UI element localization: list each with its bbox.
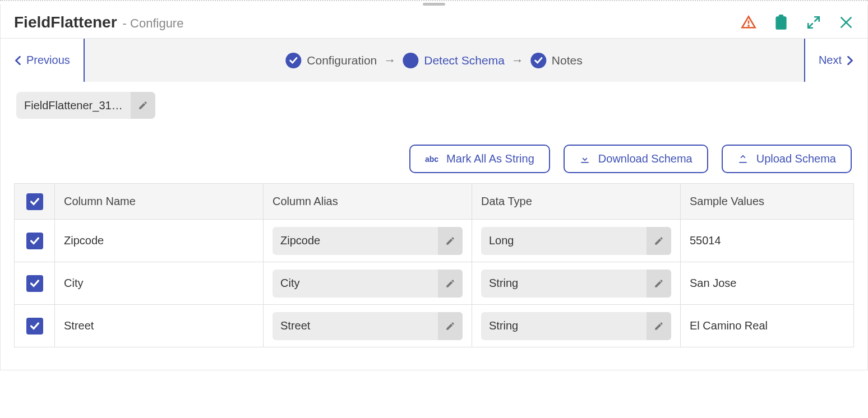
check-circle-icon [285, 53, 301, 68]
action-label: Mark All As String [446, 152, 534, 165]
pencil-icon [138, 100, 148, 110]
type-editable: String [481, 270, 671, 298]
svg-point-1 [748, 25, 749, 26]
row-select-cell [15, 305, 55, 347]
abc-icon: abc [425, 155, 438, 164]
expand-icon[interactable] [806, 15, 821, 30]
step-detect-schema[interactable]: Detect Schema [403, 53, 505, 68]
clipboard-icon[interactable] [773, 15, 789, 30]
sample-value-cell: El Camino Real [681, 305, 854, 347]
row-checkbox[interactable] [26, 318, 43, 335]
edit-type-button[interactable] [647, 270, 671, 298]
table-row: Street Street String El [15, 305, 854, 347]
output-name-chip: FieldFlattener_31… [16, 92, 155, 119]
step-configuration[interactable]: Configuration [285, 53, 377, 68]
select-all-header [15, 184, 55, 220]
drag-handle[interactable] [423, 3, 445, 6]
pencil-icon [654, 278, 664, 289]
schema-actions-row: abc Mark All As String Download Schema U… [1, 124, 867, 183]
check-icon [30, 197, 40, 207]
active-circle-icon [403, 53, 418, 68]
column-alias-cell: Street [264, 305, 472, 347]
next-label: Next [819, 54, 842, 67]
edit-type-button[interactable] [647, 227, 671, 255]
edit-alias-button[interactable] [438, 312, 463, 340]
arrow-right-icon: → [384, 53, 396, 68]
upload-schema-button[interactable]: Upload Schema [722, 145, 852, 173]
schema-table: Column Name Column Alias Data Type Sampl… [14, 183, 854, 347]
column-name-cell: Street [55, 305, 264, 347]
next-button[interactable]: Next [804, 39, 867, 82]
pencil-icon [654, 321, 664, 331]
alias-value: Street [273, 319, 438, 332]
upload-icon [737, 154, 749, 165]
data-type-header: Data Type [472, 184, 681, 220]
row-select-cell [15, 262, 55, 305]
row-select-cell [15, 220, 55, 262]
alias-value: Zipcode [273, 234, 438, 247]
action-label: Download Schema [598, 152, 692, 165]
panel-container: FieldFlattener - Configure Previous [0, 4, 868, 370]
pencil-icon [654, 236, 664, 246]
data-type-cell: String [472, 262, 681, 305]
type-value: String [481, 319, 647, 332]
column-name-value: Zipcode [64, 234, 104, 247]
header: FieldFlattener - Configure [1, 4, 867, 38]
alias-editable: Street [273, 312, 463, 340]
sample-values-header: Sample Values [681, 184, 854, 220]
alert-triangle-icon[interactable] [741, 15, 756, 30]
arrow-right-icon: → [511, 53, 524, 68]
edit-alias-button[interactable] [438, 270, 463, 298]
table-row: City City String San Jos [15, 262, 854, 305]
table-row: Zipcode Zipcode Long 550 [15, 220, 854, 262]
check-icon [30, 278, 40, 289]
pencil-icon [445, 278, 455, 289]
row-checkbox[interactable] [26, 233, 43, 249]
type-value: String [481, 277, 647, 290]
chevron-right-icon [846, 56, 854, 65]
svg-rect-3 [779, 15, 784, 18]
check-circle-icon [530, 53, 546, 68]
edit-output-name-button[interactable] [131, 92, 155, 119]
table-header-row: Column Name Column Alias Data Type Sampl… [15, 184, 854, 220]
pencil-icon [445, 321, 455, 331]
svg-rect-2 [775, 16, 786, 30]
step-label: Notes [552, 54, 583, 67]
alias-value: City [273, 277, 438, 290]
close-icon[interactable] [838, 15, 854, 30]
select-all-checkbox[interactable] [26, 193, 43, 210]
previous-label: Previous [26, 54, 70, 67]
panel-top-border [0, 0, 868, 4]
step-notes[interactable]: Notes [530, 53, 583, 68]
download-icon [579, 154, 590, 165]
download-schema-button[interactable]: Download Schema [564, 145, 708, 173]
data-type-cell: String [472, 305, 681, 347]
column-name-cell: City [55, 262, 264, 305]
column-alias-cell: Zipcode [264, 220, 472, 262]
column-alias-header: Column Alias [264, 184, 472, 220]
mark-all-string-button[interactable]: abc Mark All As String [409, 145, 550, 173]
check-icon [30, 236, 40, 246]
data-type-cell: Long [472, 220, 681, 262]
edit-type-button[interactable] [647, 312, 671, 340]
row-checkbox[interactable] [26, 275, 43, 292]
sample-value: El Camino Real [690, 319, 768, 332]
output-name-label: FieldFlattener_31… [16, 99, 131, 112]
edit-alias-button[interactable] [438, 227, 463, 255]
check-icon [30, 321, 40, 331]
sample-value: 55014 [690, 234, 721, 247]
column-name-value: City [64, 277, 83, 289]
sample-value-cell: San Jose [681, 262, 854, 305]
alias-editable: City [273, 270, 463, 298]
column-name-cell: Zipcode [55, 220, 264, 262]
column-name-header: Column Name [55, 184, 264, 220]
pencil-icon [445, 236, 455, 246]
type-editable: Long [481, 227, 671, 255]
sample-value: San Jose [690, 277, 736, 289]
step-label: Configuration [307, 54, 377, 67]
stepper-bar: Previous Configuration → Detect Schema →… [1, 38, 867, 82]
stepper-steps: Configuration → Detect Schema → Notes [285, 53, 582, 68]
alias-editable: Zipcode [273, 227, 463, 255]
column-alias-cell: City [264, 262, 472, 305]
previous-button[interactable]: Previous [1, 39, 85, 82]
